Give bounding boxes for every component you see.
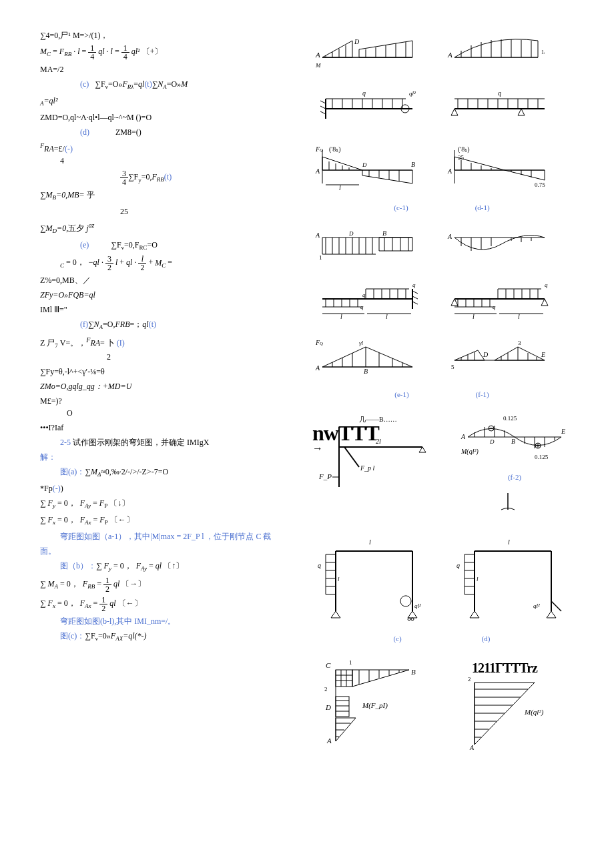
svg-point-232: [408, 618, 410, 620]
svg-line-137: [412, 296, 418, 299]
svg-line-138: [412, 302, 418, 304]
svg-text:1/4: 1/4: [541, 49, 545, 55]
svg-text:A: A: [447, 167, 452, 175]
equation: 图(a)：∑MΔ≈0,‰·2/-/>/-Z>-7=O: [40, 466, 296, 480]
svg-text:2: 2: [324, 686, 328, 693]
svg-text:A: A: [326, 737, 332, 745]
text: 面。: [40, 545, 296, 557]
svg-text:q: q: [362, 89, 366, 97]
diagram-mql2: 1211ГТТTrz 2 M(ql²) A: [451, 658, 558, 755]
svg-text:B: B: [364, 368, 368, 375]
svg-marker-181: [454, 350, 485, 360]
diagram-frame-d: l q ql² l: [451, 534, 565, 624]
equation: 图(c)：∑Fv=0»FAX=ql(*-): [40, 630, 296, 644]
svg-text:('8₁): ('8₁): [329, 145, 340, 153]
svg-text:FQ: FQ: [315, 145, 323, 153]
svg-text:q: q: [456, 562, 460, 569]
equation: C = 0， −ql · 32 l + ql · l2 + MC =: [40, 255, 296, 272]
figure-label: (f-2): [458, 472, 571, 483]
diagram-f-moment: A: [444, 228, 551, 264]
svg-text:D: D: [483, 351, 489, 358]
equation: ∑ Fx = 0， FAx = 12 ql 〔←〕: [40, 596, 296, 612]
svg-text:F_p l: F_p l: [360, 464, 375, 472]
figure-label: (d-1): [475, 202, 490, 213]
svg-marker-2: [322, 41, 352, 57]
equation: 34∑Fy=0,FRB(t): [40, 169, 296, 186]
equation: ∑Fy=θ,-l^+<γ′-⅛=θ: [40, 366, 296, 378]
equation: ∑ MA = 0， FRB = 12 ql 〔→〕: [40, 576, 296, 593]
figure-label: (f-1): [476, 389, 489, 400]
diagram-mfpi: C 1 B 2 D A M(F_pI): [312, 658, 426, 755]
svg-marker-66: [362, 170, 412, 183]
svg-text:B: B: [382, 230, 386, 237]
svg-text:E: E: [541, 351, 545, 358]
svg-text:A: A: [469, 744, 475, 751]
svg-text:C: C: [326, 661, 331, 669]
svg-text:A: A: [460, 433, 466, 440]
svg-text:A: A: [447, 233, 452, 240]
svg-text:A: A: [315, 167, 320, 175]
text: 弯距图如图（a-1），其中|M|max = 2F_P l ，位于刚节点 C 截: [40, 530, 296, 542]
svg-text:M(ql²): M(ql²): [460, 448, 479, 456]
svg-text:γl: γl: [359, 340, 364, 346]
equation: ∑ Fx = 0， FAx = FP 〔←〕: [40, 514, 296, 528]
svg-text:ql²: ql²: [533, 602, 540, 609]
svg-marker-197: [419, 447, 426, 452]
diagram-c-beam: q ql²: [312, 89, 419, 129]
svg-text:A: A: [315, 364, 320, 372]
diagram-e-moment: A D B 1: [312, 228, 419, 264]
equation: ∑MB=0,MB= 乎: [40, 189, 296, 203]
svg-text:M: M: [315, 62, 321, 69]
svg-marker-230: [408, 611, 417, 618]
svg-text:A: A: [447, 51, 452, 59]
equation: Z 尸7 V=。，FRA= 卜 (I)2: [40, 335, 296, 363]
problem-title: 2-5 试作图示刚架的弯矩图，并确定 IMIgX: [40, 436, 296, 448]
svg-text:0.125: 0.125: [535, 454, 549, 460]
svg-text:5: 5: [451, 364, 454, 370]
equation: A=ql²: [40, 95, 296, 109]
svg-text:1: 1: [349, 659, 352, 666]
equation: M£=)?O: [40, 395, 296, 419]
equation: MA=/2: [40, 63, 296, 75]
diagram-f2-sine: 0.125 A D B E 0.125 M(ql²) (f-2): [458, 414, 571, 520]
figure-label: (d): [482, 633, 491, 644]
svg-text:1: 1: [319, 254, 322, 261]
diagram-d-beam: q: [444, 89, 551, 129]
equation: ZFy=O»FQB=ql: [40, 289, 296, 301]
svg-text:M(ql²): M(ql²): [524, 708, 544, 717]
diagram-c-load: A D M: [312, 31, 419, 74]
svg-line-199: [344, 447, 359, 467]
svg-marker-79: [454, 157, 505, 170]
svg-text:ql²: ql²: [409, 90, 416, 97]
svg-text:q: q: [545, 282, 548, 288]
equation: IMl Ⅲ=": [40, 304, 296, 316]
svg-text:D: D: [489, 438, 495, 445]
svg-marker-45: [518, 109, 525, 115]
svg-marker-146: [451, 299, 458, 306]
equation: ∑4=0,尸¹ M=>/(1)，: [40, 29, 296, 41]
equation: *Fp(-)): [40, 482, 296, 494]
svg-text:D: D: [348, 230, 354, 237]
svg-text:0.75: 0.75: [535, 181, 545, 188]
svg-marker-269: [352, 670, 409, 687]
equation: Z%=0,MB、／: [40, 274, 296, 286]
svg-marker-229: [331, 611, 340, 618]
equation: ∑ Fy = 0， FAy = FP 〔↓〕: [40, 497, 296, 511]
svg-marker-169: [322, 347, 412, 367]
figure-label: (c): [393, 633, 401, 644]
diagram-e1-shear: FQ γl A B: [312, 337, 419, 380]
svg-text:A: A: [315, 232, 320, 239]
equation: ZMo=O,gqlg_qg：+MD=U: [40, 380, 296, 392]
svg-marker-248: [547, 611, 556, 618]
svg-text:F_P: F_P: [318, 472, 332, 480]
number: 4: [40, 156, 64, 165]
svg-text:FQ: FQ: [315, 339, 323, 346]
svg-text:q: q: [360, 304, 364, 310]
svg-text:D: D: [354, 38, 360, 45]
svg-text:B: B: [411, 161, 415, 168]
text: 解：: [40, 451, 296, 463]
svg-text:ql²: ql²: [414, 602, 421, 609]
svg-text:q: q: [362, 292, 366, 298]
svg-text:3: 3: [518, 340, 521, 346]
svg-text:B: B: [411, 668, 416, 676]
